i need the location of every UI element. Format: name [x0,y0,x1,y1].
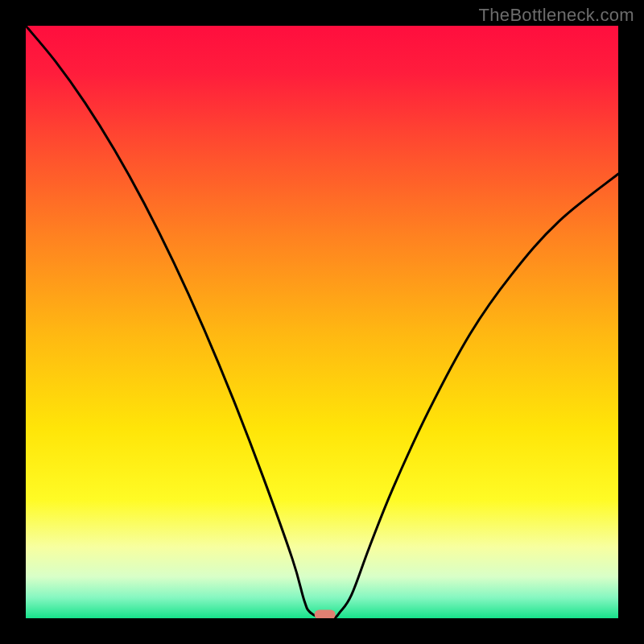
plot-area [26,26,618,618]
chart-svg [26,26,618,618]
watermark-text: TheBottleneck.com [479,5,634,26]
min-marker [315,610,336,618]
gradient-background [26,26,618,618]
chart-frame: TheBottleneck.com [0,0,644,644]
